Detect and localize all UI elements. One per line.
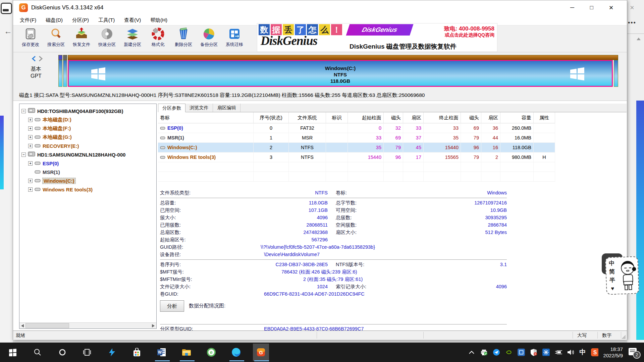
- nvidia-icon[interactable]: [505, 349, 513, 356]
- browser-360-icon[interactable]: e: [203, 344, 219, 361]
- scroll-left-icon[interactable]: [19, 323, 25, 328]
- windows-c-partition-bar[interactable]: Windows(C:) NTFS 118.0GB: [68, 60, 613, 87]
- background-ellipsis-icon[interactable]: •••: [628, 19, 636, 26]
- edge-icon[interactable]: [228, 344, 244, 361]
- statusbar: 就绪 大写 数字: [13, 330, 627, 340]
- taskbar-clock[interactable]: 18:37 2022/5/9: [603, 346, 623, 359]
- tab-partition-params[interactable]: 分区参数: [158, 104, 185, 112]
- quick-partition-button[interactable]: 快速分区: [94, 27, 120, 51]
- background-close-icon[interactable]: ×: [630, 3, 634, 12]
- partition-icon: [35, 134, 41, 140]
- format-button[interactable]: 格式化: [145, 27, 171, 51]
- system-migrate-button[interactable]: 系统迁移: [222, 27, 247, 51]
- expand-icon[interactable]: +: [28, 161, 33, 166]
- table-row-empty: [158, 172, 555, 182]
- chevron-right-icon[interactable]: [38, 56, 43, 62]
- tree-item-windows-c[interactable]: +Windows(C:): [19, 176, 75, 185]
- tree-item-hd0[interactable]: −HD0:TOSHIBAMQ04ABF100(932GB): [19, 107, 123, 115]
- new-partition-button[interactable]: 新建分区: [120, 27, 145, 51]
- expand-icon[interactable]: +: [28, 126, 33, 131]
- diskgenius-taskbar-icon[interactable]: G: [253, 344, 269, 361]
- chevron-left-icon[interactable]: [32, 56, 36, 62]
- tab-browse-files[interactable]: 浏览文件: [185, 104, 213, 112]
- banner-phone: 致电: 400-008-9958: [444, 25, 494, 33]
- scroll-right-icon[interactable]: [150, 323, 156, 328]
- collapse-icon[interactable]: −: [21, 153, 26, 157]
- tree-item-local-g[interactable]: +本地磁盘(G:): [19, 133, 72, 141]
- messenger-bird-icon[interactable]: [493, 349, 500, 356]
- format-icon: [151, 27, 165, 41]
- ime-mode-simplified[interactable]: 简: [609, 267, 615, 276]
- menu-partition[interactable]: 分区(P): [67, 16, 94, 24]
- minimize-button[interactable]: ─: [562, 0, 582, 15]
- winre-partition-bar[interactable]: [614, 60, 618, 87]
- menu-file[interactable]: 文件(F): [15, 16, 41, 24]
- defender-shield-icon[interactable]: ✕: [530, 349, 537, 356]
- word-icon[interactable]: W: [154, 344, 170, 361]
- ime-mode-chinese[interactable]: 中: [609, 259, 615, 268]
- ime-language-indicator[interactable]: 中: [580, 348, 586, 357]
- expand-icon[interactable]: +: [28, 135, 33, 139]
- maximize-button[interactable]: □: [582, 0, 601, 15]
- data-allocation-label: 数据分配情况图:: [189, 303, 225, 309]
- msr-partition-bar[interactable]: [63, 60, 67, 87]
- table-row-selected[interactable]: Windows(C:) 2NTFS 357945 154409616 118.0…: [158, 143, 555, 153]
- scrollbar-up-icon[interactable]: [637, 38, 641, 40]
- recover-files-button[interactable]: 恢复文件: [69, 27, 94, 51]
- running-indicator: [180, 360, 195, 361]
- svg-text:S: S: [593, 350, 597, 355]
- cortana-icon[interactable]: [54, 344, 70, 361]
- menu-tools[interactable]: 工具(T): [94, 16, 119, 24]
- tray-chevron-icon[interactable]: [468, 349, 475, 356]
- close-button[interactable]: ✕: [601, 0, 621, 15]
- tree-item-msr[interactable]: MSR(1): [19, 168, 60, 176]
- tree-item-esp[interactable]: +ESP(0): [19, 159, 59, 168]
- save-changes-button[interactable]: 保存更改: [18, 27, 43, 51]
- menu-help[interactable]: 帮助(H): [146, 16, 172, 24]
- intel-graphics-icon[interactable]: [518, 349, 525, 356]
- battery-icon[interactable]: [555, 349, 562, 356]
- esp-partition-bar[interactable]: [58, 60, 62, 87]
- banner-qq-link[interactable]: 或点击此处选择QQ咨询: [445, 32, 494, 38]
- start-button[interactable]: [5, 344, 21, 361]
- tree-item-hd1[interactable]: −HD1:SAMSUNGMZNLN128HAHQ-000: [19, 150, 125, 159]
- expand-icon[interactable]: +: [28, 179, 33, 183]
- ime-mode-halfwidth[interactable]: 半: [609, 276, 615, 285]
- backup-partition-button[interactable]: 备份分区: [196, 27, 222, 51]
- microsoft-store-icon[interactable]: [129, 344, 145, 361]
- task-view-icon[interactable]: [79, 344, 95, 361]
- file-explorer-icon[interactable]: [178, 344, 195, 361]
- promo-banner[interactable]: 数 据 丢 了 怎 么 ！ DiskGenius DiskGenius 致电: …: [257, 23, 497, 52]
- thunder-app-icon[interactable]: [104, 344, 120, 361]
- tree-item-local-f[interactable]: +本地磁盘(F:): [19, 124, 71, 133]
- volume-icon[interactable]: [567, 349, 575, 356]
- printer-icon[interactable]: [480, 349, 488, 356]
- running-indicator: [254, 360, 269, 361]
- expand-icon[interactable]: +: [28, 144, 33, 148]
- snowflake-icon[interactable]: [542, 349, 550, 356]
- expand-icon[interactable]: +: [28, 187, 33, 192]
- tree-horizontal-scrollbar[interactable]: [19, 322, 156, 328]
- table-row[interactable]: ESP(0) 0FAT32 03233 336936 260.0MB: [158, 123, 555, 133]
- menu-view[interactable]: 查看(V): [119, 16, 146, 24]
- expand-icon[interactable]: +: [28, 118, 33, 122]
- delete-partition-button[interactable]: 删除分区: [171, 27, 196, 51]
- scrollbar-thumb[interactable]: [25, 323, 69, 328]
- tree-item-winre[interactable]: +Windows RE tools(3): [19, 185, 93, 194]
- menu-disk[interactable]: 磁盘(D): [41, 16, 67, 24]
- search-taskbar-icon[interactable]: [30, 344, 46, 361]
- back-arrow-icon[interactable]: ←: [4, 27, 13, 36]
- tree-item-recovery-e[interactable]: +RECOVERY(E:): [19, 141, 79, 150]
- resize-grip[interactable]: [622, 335, 626, 339]
- sogou-icon[interactable]: S: [591, 349, 598, 356]
- heart-icon[interactable]: ♥: [611, 284, 614, 293]
- tree-item-local-d[interactable]: +本地磁盘(D:): [19, 115, 71, 124]
- table-row[interactable]: MSR(1) 1MSR 336937 357944 16.0MB: [158, 133, 555, 143]
- table-row[interactable]: Windows RE tools(3) 3NTFS 154409617 1556…: [158, 153, 555, 162]
- tab-sector-edit[interactable]: 扇区编辑: [213, 104, 240, 112]
- analyze-button[interactable]: 分析: [160, 300, 184, 312]
- search-partition-button[interactable]: 搜索分区: [43, 27, 69, 51]
- collapse-icon[interactable]: −: [21, 109, 26, 113]
- ime-status-widget[interactable]: 中 简 半 ♥: [605, 256, 639, 295]
- notification-center-icon[interactable]: 2: [628, 347, 638, 357]
